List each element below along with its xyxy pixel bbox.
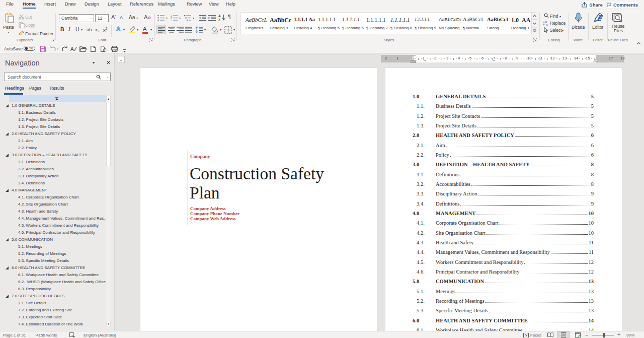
svg-text:a: a — [543, 21, 545, 24]
svg-text:Z: Z — [218, 18, 220, 22]
svg-text:A: A — [70, 46, 74, 52]
svg-text:c: c — [546, 23, 548, 26]
svg-text:A: A — [218, 14, 221, 18]
svg-text:3: 3 — [171, 20, 172, 22]
